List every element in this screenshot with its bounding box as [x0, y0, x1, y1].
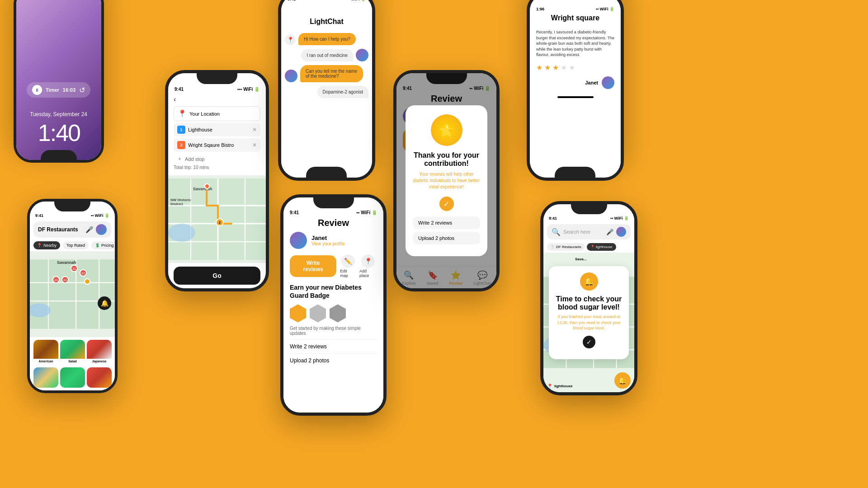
star-3: ★ — [552, 63, 559, 72]
search-filter-row: 🍴 DF Restaurants 📍 lighthouse — [543, 241, 634, 253]
search-status-bar: 9:41 ▪▪ WiFi 🔋 — [543, 204, 634, 222]
chat-map-pin-1: 📍 — [285, 34, 296, 45]
nav-plus-icon: ＋ — [177, 155, 182, 162]
df-img-meat — [87, 367, 112, 388]
chat-home-bar — [281, 169, 372, 178]
df-nearby-label: Nearby — [43, 243, 57, 248]
df-savannah-label: Savannah — [57, 260, 76, 265]
lock-date: Tuesday, September 24 — [30, 111, 88, 117]
nav-stop1-badge: 1 — [177, 126, 185, 134]
task1-label: Write 2 reviews — [290, 343, 327, 350]
lock-play-btn[interactable]: ⏸ — [33, 85, 42, 95]
review-signal: ▪▪ WiFi 🔋 — [356, 210, 377, 215]
star-5: ★ — [569, 63, 575, 72]
badge-gold — [290, 304, 306, 322]
df-time: 9:41 — [35, 213, 43, 218]
review-tasks: Write 2 reviews Upload 2 photos — [283, 339, 383, 367]
nav-stop2-badge: 2 — [177, 141, 185, 149]
chat-msg-4: Dopamine-2 agonist — [285, 86, 368, 98]
df-filter-nearby[interactable]: 📍 Nearby — [33, 241, 60, 249]
df-thumb-american[interactable]: American — [33, 340, 58, 365]
review-user-row: Janet View your profile — [283, 232, 383, 254]
notif-bell-icon: 🔔 — [580, 272, 598, 291]
nav-back-arrow[interactable]: ‹ — [174, 95, 176, 103]
nav-stop2[interactable]: 2 Wright Sqaure Bistro ✕ — [174, 138, 260, 152]
phone-search-notification: 9:41 ▪▪ WiFi 🔋 🔍 Search here 🎤 🍴 DF Rest… — [540, 201, 637, 395]
nav-stop1-text: Lighthouse — [188, 127, 250, 132]
df-thumbnails-row2 — [30, 367, 115, 390]
nav-map: Savannah NW HistoricDistrict 2 — [168, 175, 266, 263]
nav-stop1[interactable]: 1 Lighthouse ✕ — [174, 123, 260, 136]
df-toprated-label: Top Rated — [66, 243, 85, 248]
search-lighthouse-label-chip: lighthouse — [596, 245, 612, 249]
df-pin4: 11 — [80, 269, 87, 277]
df-thumb-salad[interactable]: Salad — [60, 340, 85, 365]
nav-add-stop[interactable]: ＋ Add stop — [174, 154, 260, 164]
search-time: 9:41 — [549, 216, 557, 221]
review-add-place-icon: 📍 — [361, 254, 375, 268]
review-badge-section: Earn your new Diabetes Guard Badge Get s… — [283, 283, 383, 339]
home-bar-indicator — [309, 172, 345, 174]
review-add-place[interactable]: 📍 Add place — [359, 254, 377, 278]
search-bar[interactable]: 🔍 Search here 🎤 — [547, 224, 631, 239]
review-time: 9:41 — [290, 210, 299, 215]
wright-user-row: Janet — [530, 74, 621, 92]
review-status-bar: 9:41 ▪▪ WiFi 🔋 — [283, 197, 383, 218]
nav-time: 9:41 — [175, 87, 184, 92]
df-mic-icon[interactable]: 🎤 — [85, 226, 93, 233]
notif-check: ✓ — [583, 336, 595, 348]
search-avatar[interactable] — [616, 227, 626, 237]
nav-signal: ▪▪▪ WiFi 🔋 — [237, 87, 259, 92]
review-edit-map[interactable]: ✏️ Edit map — [340, 254, 356, 278]
df-thumb-japanese[interactable]: Japanese — [87, 340, 112, 365]
task2-label: Upload 2 photos — [290, 357, 329, 364]
chat-bubble-2: I ran out of medicine — [301, 49, 353, 61]
notif-title: Time to check your blood sugar level! — [555, 295, 623, 311]
search-icon: 🔍 — [552, 228, 561, 236]
phone-navigation: 9:41 ▪▪▪ WiFi 🔋 ‹ 📍 Your Location 1 Ligh… — [165, 70, 269, 291]
review-task1: Write 2 reviews — [290, 339, 377, 353]
review-header: Review — [283, 218, 383, 232]
search-sava-label: Sava... — [575, 257, 586, 261]
phone-wright-review: 1:96 ▪▪ WiFi 🔋 Wright square Recently, I… — [527, 0, 624, 181]
notification-card: 🔔 Time to check your blood sugar level! … — [549, 266, 629, 359]
thankyou-overlay: ⭐ Thank you for your contribution! Your … — [396, 73, 496, 288]
nav-go-button[interactable]: Go — [174, 267, 260, 285]
svg-point-8 — [168, 224, 195, 242]
search-chip-df[interactable]: 🍴 DF Restaurants — [547, 243, 585, 251]
chat-status-bar: 9:41 ▪▪ WiFi 🔋 — [281, 0, 372, 4]
star-4: ★ — [561, 63, 567, 72]
nav-stop2-remove[interactable]: ✕ — [252, 142, 257, 148]
thankyou-title: Thank you for your contribution! — [413, 151, 480, 168]
df-filter-toprated[interactable]: Top Rated — [63, 241, 89, 249]
df-search-bar[interactable]: DF Restaurants 🎤 — [33, 221, 111, 238]
lock-time: 1:40 — [38, 119, 80, 146]
thankyou-badge: ⭐ — [431, 114, 462, 146]
chat-bubble-1: Hi How can I help you? — [298, 33, 356, 45]
phone-lightchat: 9:41 ▪▪ WiFi 🔋 LightChat 📍 Hi How can I … — [278, 0, 375, 181]
nav-your-location[interactable]: 📍 Your Location — [174, 106, 260, 121]
df-signal: ▪▪ WiFi 🔋 — [91, 213, 109, 218]
df-pin1: 11 — [71, 265, 78, 272]
review-add-place-label: Add place — [359, 269, 377, 278]
star-1: ★ — [536, 63, 542, 72]
review-view-profile[interactable]: View your profile — [311, 241, 345, 246]
phone-lockscreen: Mint ⬛⬛⬛ 1:40 Tuesday, September 24 ⏸ Ti… — [14, 0, 104, 163]
search-mic-icon[interactable]: 🎤 — [606, 229, 613, 235]
wright-stars: ★ ★ ★ ★ ★ — [530, 61, 621, 74]
thankyou-card: ⭐ Thank you for your contribution! Your … — [406, 105, 487, 256]
df-bell-icon[interactable]: 🔔 — [98, 296, 111, 310]
df-filter-pricing[interactable]: 💲 Pricing — [91, 241, 115, 249]
search-chip-lighthouse[interactable]: 📍 lighthouse — [587, 243, 616, 251]
chat-header: LightChat — [281, 4, 372, 29]
wright-header: Wright square — [530, 14, 621, 26]
search-signal: ▪▪ WiFi 🔋 — [610, 216, 629, 221]
chat-messages: 📍 Hi How can I help you? I ran out of me… — [281, 29, 372, 169]
chat-msg-2: I ran out of medicine — [285, 49, 368, 61]
nav-add-stop-text: Add stop — [185, 156, 204, 162]
df-avatar[interactable] — [96, 224, 107, 235]
review-username: Janet — [311, 235, 345, 241]
nav-stop1-remove[interactable]: ✕ — [252, 127, 257, 133]
review-edit-map-label: Edit map — [340, 269, 356, 278]
review-write-btn[interactable]: Write reviews — [290, 255, 336, 277]
